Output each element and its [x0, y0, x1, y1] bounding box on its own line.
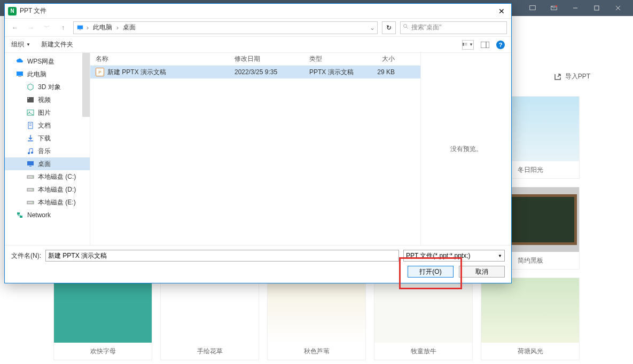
- svg-point-2: [556, 5, 558, 7]
- sidebar-item[interactable]: 桌面: [5, 157, 90, 170]
- col-type[interactable]: 类型: [304, 54, 368, 64]
- filename-label: 文件名(N):: [11, 251, 41, 260]
- search-placeholder: 搜索"桌面": [411, 23, 442, 32]
- open-button[interactable]: 打开(O): [408, 266, 454, 278]
- sidebar-item[interactable]: 下载: [5, 132, 90, 145]
- bg-msg-icon[interactable]: [522, 0, 543, 16]
- svg-point-33: [32, 189, 33, 189]
- breadcrumb-seg2[interactable]: 桌面: [121, 23, 138, 32]
- svg-rect-37: [20, 216, 22, 218]
- col-size[interactable]: 大小: [368, 54, 400, 64]
- bg-mail-icon[interactable]: [543, 0, 565, 16]
- template-card[interactable]: 荷塘风光: [481, 278, 580, 360]
- filename-input[interactable]: [45, 250, 399, 262]
- help-icon[interactable]: ?: [496, 41, 505, 49]
- svg-rect-29: [29, 166, 32, 167]
- template-thumb: [481, 278, 579, 343]
- svg-rect-18: [18, 76, 21, 77]
- chevron-down-icon[interactable]: ⌄: [370, 24, 375, 31]
- bg-close-icon[interactable]: [607, 0, 629, 16]
- svg-point-35: [32, 202, 33, 202]
- disk-icon: [26, 185, 35, 194]
- sidebar-item-label: 本地磁盘 (E:): [38, 198, 76, 207]
- sidebar-item-label: 此电脑: [27, 70, 46, 79]
- svg-point-27: [31, 152, 33, 154]
- template-label: 手绘花草: [161, 343, 259, 360]
- cube-icon: [26, 83, 35, 91]
- search-input[interactable]: 搜索"桌面": [400, 21, 507, 34]
- file-open-dialog: N PPT 文件 ✕ ← → ﹀ ↑ › 此电脑 › 桌面 ⌄ ↻ 搜索"桌面": [4, 3, 512, 283]
- sidebar-item[interactable]: 本地磁盘 (E:): [5, 196, 90, 209]
- breadcrumb-seg1[interactable]: 此电脑: [91, 23, 114, 32]
- address-bar[interactable]: › 此电脑 › 桌面 ⌄: [73, 21, 378, 34]
- sidebar-item[interactable]: WPS网盘: [5, 55, 90, 68]
- preview-pane-icon[interactable]: [479, 40, 491, 50]
- app-icon: N: [8, 7, 17, 15]
- svg-rect-8: [79, 29, 81, 30]
- template-card[interactable]: 牧童放牛: [374, 278, 473, 360]
- video-icon: [26, 96, 35, 104]
- svg-rect-28: [27, 161, 34, 165]
- sidebar-item[interactable]: Network: [5, 209, 90, 221]
- history-chevron-icon[interactable]: ﹀: [41, 22, 53, 34]
- new-folder-button[interactable]: 新建文件夹: [41, 40, 73, 49]
- sidebar-item-label: 3D 对象: [38, 83, 61, 92]
- import-icon: [553, 73, 562, 81]
- sidebar-item[interactable]: 文档: [5, 119, 90, 132]
- close-icon[interactable]: ✕: [495, 5, 508, 18]
- template-card[interactable]: 欢快字母: [53, 278, 152, 360]
- svg-rect-4: [595, 6, 599, 10]
- file-size: 29 KB: [368, 68, 400, 76]
- file-list-pane: 名称 修改日期 类型 大小 P新建 PPTX 演示文稿2022/3/25 9:3…: [90, 53, 420, 245]
- sidebar-item-label: WPS网盘: [27, 57, 54, 66]
- svg-point-26: [28, 152, 30, 154]
- svg-rect-11: [463, 43, 464, 44]
- file-row[interactable]: P新建 PPTX 演示文稿2022/3/25 9:35PPTX 演示文稿29 K…: [90, 66, 420, 78]
- template-card[interactable]: 秋色芦苇: [267, 278, 366, 360]
- template-thumb: [268, 278, 365, 343]
- sidebar-item[interactable]: 视频: [5, 93, 90, 106]
- bg-maximize-icon[interactable]: [586, 0, 607, 16]
- sidebar-item[interactable]: 本地磁盘 (C:): [5, 170, 90, 183]
- import-label: 导入PPT: [565, 72, 590, 81]
- dialog-titlebar: N PPT 文件 ✕: [5, 4, 511, 19]
- template-card[interactable]: 手绘花草: [160, 278, 259, 360]
- sidebar-item-label: 本地磁盘 (C:): [38, 172, 76, 181]
- scrollbar[interactable]: [82, 53, 90, 117]
- back-icon[interactable]: ←: [9, 22, 21, 34]
- col-date[interactable]: 修改日期: [229, 54, 304, 64]
- sidebar-item-label: 文档: [38, 121, 51, 130]
- svg-rect-7: [77, 25, 83, 29]
- net-icon: [15, 211, 24, 219]
- sidebar-item-label: 音乐: [38, 147, 51, 156]
- music-icon: [26, 147, 35, 155]
- file-date: 2022/3/25 9:35: [229, 68, 304, 76]
- pc-icon: [76, 23, 84, 32]
- sidebar-item-label: Network: [27, 211, 51, 219]
- file-list-header: 名称 修改日期 类型 大小: [90, 53, 420, 66]
- forward-icon[interactable]: →: [25, 22, 37, 34]
- filetype-select[interactable]: PPT 文件(*.ppt;*.pptx;) ▼: [403, 250, 505, 262]
- refresh-icon[interactable]: ↻: [382, 21, 396, 34]
- file-type: PPTX 演示文稿: [304, 68, 368, 77]
- image-icon: [26, 108, 35, 117]
- svg-rect-36: [17, 212, 20, 215]
- import-ppt-button[interactable]: 导入PPT: [553, 72, 590, 81]
- organize-menu[interactable]: 组织 ▼: [11, 40, 30, 49]
- bg-minimize-icon[interactable]: [565, 0, 586, 16]
- sidebar-item[interactable]: 音乐: [5, 145, 90, 157]
- chevron-down-icon: ▼: [498, 254, 502, 258]
- view-mode-icon[interactable]: ▼: [462, 40, 474, 50]
- sidebar-item[interactable]: 此电脑: [5, 68, 90, 81]
- doc-icon: [26, 121, 35, 130]
- up-icon[interactable]: ↑: [57, 22, 69, 34]
- col-name[interactable]: 名称: [90, 54, 229, 64]
- sidebar-item[interactable]: 本地磁盘 (D:): [5, 183, 90, 196]
- svg-line-10: [407, 27, 408, 29]
- folder-tree: WPS网盘此电脑3D 对象视频图片文档下载音乐桌面本地磁盘 (C:)本地磁盘 (…: [5, 53, 90, 245]
- template-thumb: [161, 278, 259, 343]
- sidebar-item[interactable]: 图片: [5, 106, 90, 119]
- cancel-button[interactable]: 取消: [459, 266, 505, 278]
- search-icon: [403, 23, 409, 31]
- sidebar-item[interactable]: 3D 对象: [5, 81, 90, 93]
